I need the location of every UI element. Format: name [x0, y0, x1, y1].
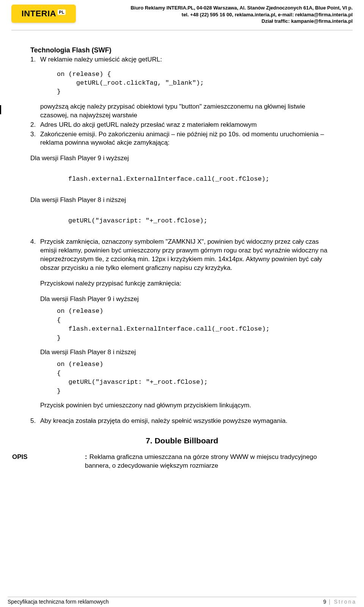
opis-label: OPIS	[12, 453, 85, 470]
document-body: Technologia Flash (SWF) 1. W reklamie na…	[11, 46, 353, 471]
code-block-geturl: on (release) { getURL(_root.clickTag, "_…	[57, 70, 334, 96]
logo-suffix: PL	[58, 9, 66, 15]
code-block-fp8b: on (release) { getURL("javascript: "+_ro…	[57, 360, 334, 396]
item-number: 5.	[30, 417, 40, 426]
page-footer: Specyfikacja techniczna form reklamowych…	[8, 597, 356, 605]
header-divider	[11, 30, 353, 30]
item4-subtext: Przyciskowi należy przypisać funkcję zam…	[40, 279, 334, 288]
page-sep: |	[326, 599, 334, 605]
fp9-label: Dla wersji Flash Player 9 i wyższej	[30, 154, 334, 163]
code-block-fp8: getURL("javascript: "+_root.fClose);	[68, 217, 334, 225]
item-text: Zakończenie emisji. Po zakończeniu anima…	[40, 130, 334, 148]
code-block-fp9: flash.external.ExternalInterface.call(_r…	[68, 175, 334, 184]
page-word: Strona	[334, 599, 356, 605]
opis-text: :Reklama graficzna umieszczana na górze …	[85, 453, 334, 470]
code-block-fp9b: on (release) { flash.external.ExternalIn…	[57, 307, 334, 343]
text-cursor-mark	[0, 105, 1, 114]
opis-row: OPIS :Reklama graficzna umieszczana na g…	[12, 453, 334, 470]
item-number: 3.	[30, 130, 40, 148]
interia-logo: INTERIAPL	[11, 5, 76, 23]
header-line-1: Biuro Reklamy INTERIA.PL, 04-028 Warszaw…	[82, 5, 353, 11]
item-text: Adres URL do akcji getURL należy przesła…	[40, 121, 334, 129]
fp8-label-b: Dla wersji Flash Player 8 i niższej	[40, 348, 334, 357]
list-item-4: 4. Przycisk zamknięcia, oznaczony symbol…	[30, 238, 334, 273]
item-text: W reklamie należy umieścić akcję getURL:	[40, 55, 334, 64]
list-item-1: 1. W reklamie należy umieścić akcję getU…	[30, 55, 334, 64]
header-contact-block: Biuro Reklamy INTERIA.PL, 04-028 Warszaw…	[82, 5, 353, 25]
item-text: Aby kreacja została przyjęta do emisji, …	[40, 417, 334, 426]
footer-left: Specyfikacja techniczna form reklamowych	[8, 599, 109, 605]
item-number: 2.	[30, 121, 40, 129]
item-number: 1.	[30, 55, 40, 64]
header-line-2: tel. +48 (22) 595 16 00, reklama.interia…	[82, 11, 353, 18]
page: INTERIAPL Biuro Reklamy INTERIA.PL, 04-0…	[0, 0, 364, 607]
fp8-label: Dla wersji Flash Player 8 i niższej	[30, 196, 334, 205]
fp9-label-b: Dla wersji Flash Player 9 i wyższej	[40, 295, 334, 304]
header-line-3: Dział traffic: kampanie@firma.interia.pl	[82, 18, 353, 25]
section-title-flash: Technologia Flash (SWF)	[30, 46, 334, 55]
opis-colon: :	[85, 453, 87, 460]
footer-right: 9 | Strona	[323, 599, 356, 605]
paragraph-after-1: powyższą akcję należy przypisać obiektow…	[40, 102, 334, 120]
document-header: INTERIAPL Biuro Reklamy INTERIA.PL, 04-0…	[11, 5, 353, 25]
list-item-3: 3. Zakończenie emisji. Po zakończeniu an…	[30, 130, 334, 148]
opis-body: Reklama graficzna umieszczana na górze s…	[85, 453, 317, 469]
logo-text: INTERIA	[22, 9, 56, 19]
list-item-5: 5. Aby kreacja została przyjęta do emisj…	[30, 417, 334, 426]
item-text: Przycisk zamknięcia, oznaczony symbolem …	[40, 238, 334, 273]
item4-end: Przycisk powinien być umieszczony nad gł…	[40, 401, 334, 410]
section-7-heading: 7. Double Billboard	[30, 435, 334, 446]
item-number: 4.	[30, 238, 40, 273]
list-item-2: 2. Adres URL do akcji getURL należy prze…	[30, 121, 334, 129]
